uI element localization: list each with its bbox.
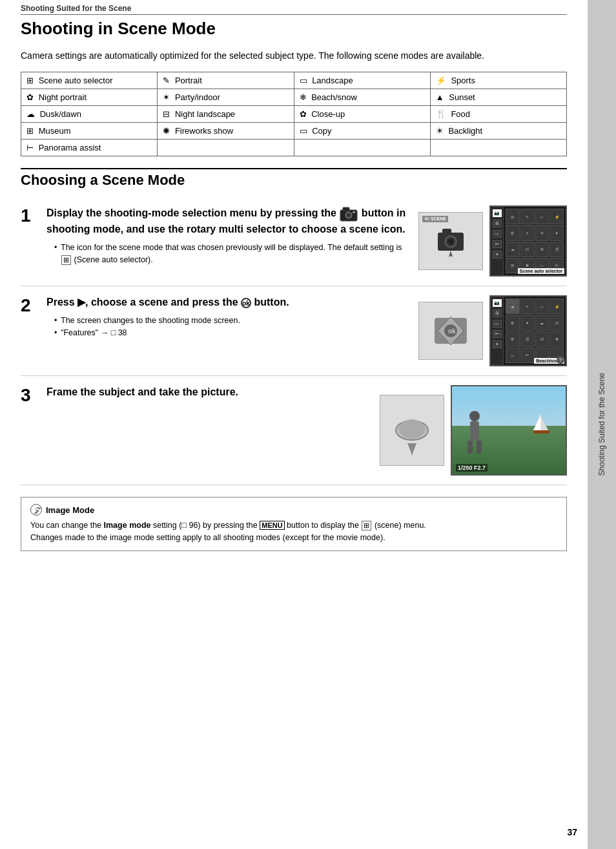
step-2-arrow-illustration: ok bbox=[418, 302, 483, 360]
step-2-bullet-1: The screen changes to the shooting mode … bbox=[54, 315, 412, 327]
scene-item-empty bbox=[430, 140, 566, 156]
svg-rect-4 bbox=[353, 211, 355, 213]
svg-rect-23 bbox=[533, 430, 549, 434]
panorama-icon: ⊢ bbox=[26, 143, 34, 152]
dusk-dawn-icon: ☁ bbox=[26, 109, 35, 119]
scene-item: ❄ Beach/snow bbox=[294, 89, 430, 106]
step-1-content: Display the shooting-mode selection menu… bbox=[46, 205, 412, 266]
close-up-icon: ✿ bbox=[300, 109, 307, 119]
scene-item: ▭ Copy bbox=[294, 123, 430, 140]
help-icon: ? bbox=[557, 356, 564, 364]
scene-item: ▲ Sunset bbox=[430, 89, 566, 106]
screen-left-icons: 📷 ⊞ ▭ ⊢ ✶ bbox=[491, 207, 504, 275]
page-title: Shooting in Scene Mode bbox=[21, 19, 567, 39]
sports-icon: ⚡ bbox=[436, 76, 446, 85]
svg-point-9 bbox=[448, 239, 453, 244]
step-2: 2 Press ▶, choose a scene and press the … bbox=[21, 286, 567, 376]
night-landscape-icon: ⊟ bbox=[163, 109, 170, 119]
screen-icon-camera: 📷 bbox=[493, 209, 502, 217]
party-indoor-icon: ✶ bbox=[163, 92, 170, 102]
scene-auto-selector-inline-icon: ⊞ bbox=[61, 255, 71, 265]
screen-label-1: Scene auto selector bbox=[518, 268, 564, 274]
arrow-button-svg: ok bbox=[431, 311, 470, 350]
table-row: ☁ Dusk/dawn ⊟ Night landscape ✿ Close-up… bbox=[21, 106, 567, 123]
scene-item: ⊞ Scene auto selector bbox=[21, 72, 158, 89]
fireworks-icon: ✺ bbox=[163, 126, 170, 136]
step-1-bullets: The icon for the scene mode that was cho… bbox=[54, 242, 412, 266]
food-icon: 🍴 bbox=[436, 109, 446, 119]
copy-icon: ▭ bbox=[300, 126, 307, 136]
screen-icon-2: ▭ bbox=[493, 230, 502, 238]
screen-icon-1: ⊞ bbox=[493, 220, 502, 227]
svg-point-17 bbox=[469, 411, 480, 421]
scene-item: ⊞ Museum bbox=[21, 123, 158, 140]
intro-text: Camera settings are automatically optimi… bbox=[21, 49, 567, 63]
svg-rect-6 bbox=[442, 229, 451, 234]
step-1-screen: 📷 ⊞ ▭ ⊢ ✶ ⊞ ✎ ▭ ⚡ ✿ bbox=[489, 205, 567, 277]
step-3-content: Frame the subject and take the picture. bbox=[46, 385, 373, 404]
svg-marker-22 bbox=[541, 417, 548, 430]
camera-button-icon bbox=[339, 205, 358, 222]
backlight-icon: ☀ bbox=[436, 126, 444, 136]
sailboat bbox=[530, 412, 553, 439]
scene-auto-selector-icon: ⊞ bbox=[26, 76, 34, 85]
step-1-button-illustration: ✶/ SCENE bbox=[418, 212, 483, 270]
page-number: 37 bbox=[567, 827, 577, 837]
scene-item: ☁ Dusk/dawn bbox=[21, 106, 158, 123]
step-2-main-text: Press ▶, choose a scene and press the ok… bbox=[46, 295, 412, 309]
step-1-bullet-1: The icon for the scene mode that was cho… bbox=[54, 242, 412, 266]
scene-grid: ⊞ ✎ ▭ ⚡ ✿ ✶ ❄ ▲ ☁ ⊟ ✿ 🍴 bbox=[504, 207, 566, 275]
side-tab: Shooting Suited for the Scene bbox=[588, 0, 616, 849]
step-3: 3 Frame the subject and take the picture… bbox=[21, 376, 567, 485]
step-3-photo: 1/250 F2.7 bbox=[451, 385, 567, 476]
scene-item: ✶ Party/indoor bbox=[158, 89, 294, 106]
portrait-icon: ✎ bbox=[163, 76, 170, 85]
step-2-number: 2 bbox=[21, 297, 39, 315]
scene-menu-icon: ⊞ bbox=[362, 521, 371, 530]
note-icon: 𝒵 bbox=[30, 504, 42, 516]
step-2-screen: 📷 ⊞ ▭ ⊢ ✶ ◀ ✎ ▭ ⚡ ✿ bbox=[489, 295, 567, 366]
note-box: 𝒵 Image Mode You can change the Image mo… bbox=[21, 497, 567, 551]
beach-snow-icon: ❄ bbox=[300, 92, 307, 102]
scene-item-empty bbox=[158, 140, 294, 156]
choosing-title: Choosing a Scene Mode bbox=[21, 168, 567, 189]
screen-icon-3: ⊢ bbox=[493, 240, 502, 248]
step-2-content: Press ▶, choose a scene and press the ok… bbox=[46, 295, 412, 339]
step-1-number: 1 bbox=[21, 207, 39, 225]
step-2-bullets: The screen changes to the shooting mode … bbox=[54, 315, 412, 339]
table-row: ⊞ Museum ✺ Fireworks show ▭ Copy ☀ Backl… bbox=[21, 123, 567, 140]
screen-icon-4: ✶ bbox=[493, 251, 502, 258]
scene-item: ⊟ Night landscape bbox=[158, 106, 294, 123]
scene-item: ⚡ Sports bbox=[430, 72, 566, 89]
scene-item: ☀ Backlight bbox=[430, 123, 566, 140]
scene-item: ▭ Landscape bbox=[294, 72, 430, 89]
scene-modes-table: ⊞ Scene auto selector ✎ Portrait ▭ Lands… bbox=[21, 72, 567, 156]
step-2-images: ok 📷 ⊞ ▭ ⊢ ✶ bbox=[418, 295, 567, 366]
photo-exposure-info: 1/250 F2.7 bbox=[456, 464, 488, 472]
step-3-button-illustration bbox=[380, 395, 444, 466]
svg-point-3 bbox=[347, 213, 351, 217]
scene-item: ✿ Night portrait bbox=[21, 89, 158, 106]
table-row: ⊞ Scene auto selector ✎ Portrait ▭ Lands… bbox=[21, 72, 567, 89]
note-text: You can change the Image mode setting (□… bbox=[30, 519, 557, 544]
svg-text:ok: ok bbox=[448, 328, 456, 335]
svg-rect-19 bbox=[467, 441, 473, 454]
svg-rect-20 bbox=[477, 441, 482, 454]
table-row: ✿ Night portrait ✶ Party/indoor ❄ Beach/… bbox=[21, 89, 567, 106]
step-1-images: ✶/ SCENE bbox=[418, 205, 567, 277]
night-portrait-icon: ✿ bbox=[26, 92, 34, 102]
scene-item: ✎ Portrait bbox=[158, 72, 294, 89]
note-line-1: You can change the Image mode setting (□… bbox=[30, 519, 557, 532]
person-silhouette bbox=[465, 410, 484, 455]
scene-grid-2: ◀ ✎ ▭ ⚡ ✿ ▲ ☁ ⊟ ✿ 🍴 ⊞ ✺ bbox=[504, 297, 566, 365]
scene-item: ⊢ Panorama assist bbox=[21, 140, 158, 156]
shutter-down-svg bbox=[389, 404, 435, 456]
svg-rect-18 bbox=[470, 421, 479, 441]
scene-item-empty bbox=[294, 140, 430, 156]
note-line-2: Changes made to the image mode setting a… bbox=[30, 532, 557, 544]
landscape-icon: ▭ bbox=[300, 76, 307, 85]
svg-marker-21 bbox=[533, 414, 541, 430]
scene-item: ✿ Close-up bbox=[294, 106, 430, 123]
step-1-main-text: Display the shooting-mode selection menu… bbox=[46, 205, 412, 236]
screen-left-icons-2: 📷 ⊞ ▭ ⊢ ✶ bbox=[491, 297, 504, 365]
